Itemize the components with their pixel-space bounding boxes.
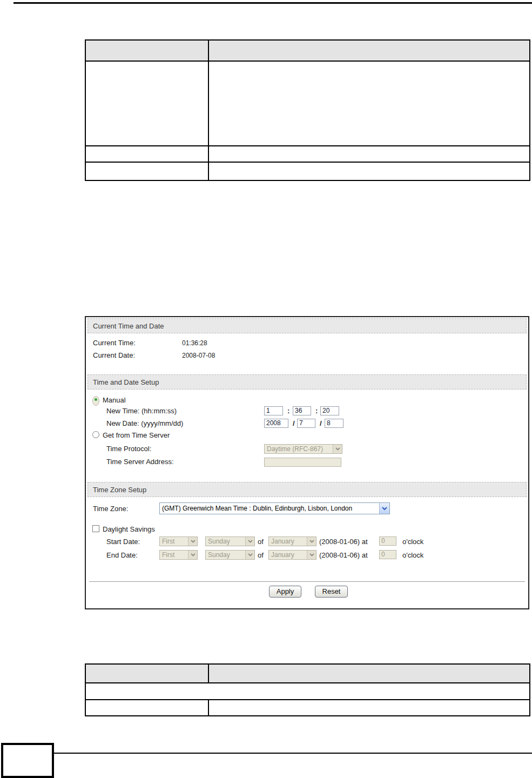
time-zone-label: Time Zone: (93, 505, 128, 513)
page-number-box (1, 743, 54, 778)
chevron-down-icon (333, 445, 342, 453)
manual-radio-label: Manual (103, 396, 126, 404)
button-separator-line (89, 581, 525, 582)
chevron-down-icon (188, 537, 197, 546)
table-cell (208, 61, 530, 146)
start-month-select[interactable]: January (268, 536, 316, 546)
section-title: Current Time and Date (93, 322, 164, 330)
chevron-down-icon (188, 551, 197, 559)
dst-of-text: of (258, 538, 264, 546)
chevron-down-icon (379, 503, 389, 514)
daylight-savings-label: Daylight Savings (103, 525, 155, 533)
get-from-time-server-label: Get from Time Server (103, 431, 170, 439)
table-cell (85, 61, 208, 146)
end-date-label: End Date: (106, 551, 138, 559)
section-title: Time Zone Setup (93, 486, 146, 494)
chevron-down-icon (245, 551, 254, 559)
time-settings-screenshot: Current Time and Date Current Time: 01:3… (85, 316, 529, 609)
daylight-savings-checkbox[interactable] (92, 525, 99, 532)
current-time-value: 01:36:28 (182, 339, 207, 347)
table-row (85, 683, 530, 700)
chevron-down-icon (307, 537, 316, 546)
table-row (85, 162, 530, 180)
section-header-time-zone-setup: Time Zone Setup (87, 482, 527, 497)
start-month-value: January (269, 537, 307, 546)
start-hour-input[interactable]: 0 (379, 536, 396, 546)
table-header-cell (85, 664, 208, 683)
start-week-select[interactable]: First (159, 536, 198, 546)
spec-table-top (85, 39, 530, 181)
section-header-current-time-and-date: Current Time and Date (87, 318, 527, 333)
section-header-time-and-date-setup: Time and Date Setup (87, 374, 527, 390)
table-cell (85, 162, 208, 180)
new-time-second-input[interactable]: 20 (320, 406, 339, 415)
new-date-day-input[interactable]: 8 (325, 419, 344, 428)
footer-rule (53, 753, 532, 754)
date-separator: / (320, 419, 322, 427)
dst-oclock-text: o'clock (402, 551, 423, 559)
table-header-row (85, 40, 530, 61)
new-time-label: New Time: (hh:mm:ss) (106, 407, 177, 415)
time-server-address-input[interactable] (264, 458, 341, 467)
current-date-value: 2008-07-08 (182, 352, 215, 359)
end-month-select[interactable]: January (268, 550, 316, 560)
table-cell (208, 162, 530, 180)
time-protocol-value: Daytime (RFC-867) (265, 445, 333, 453)
current-date-label: Current Date: (93, 351, 135, 359)
start-day-select[interactable]: Sunday (205, 536, 255, 546)
new-time-minute-input[interactable]: 36 (293, 406, 311, 415)
table-cell-spanning (85, 683, 530, 700)
page-top-rule (14, 2, 532, 4)
date-separator: / (293, 419, 295, 427)
current-time-label: Current Time: (93, 339, 136, 347)
table-header-row (85, 664, 530, 683)
end-day-select[interactable]: Sunday (205, 550, 255, 560)
dst-at-text: (2008-01-06) at (319, 538, 368, 546)
end-hour-input[interactable]: 0 (379, 550, 396, 559)
table-row (85, 700, 530, 716)
time-zone-select[interactable]: (GMT) Greenwich Mean Time : Dublin, Edin… (159, 502, 390, 514)
time-zone-value: (GMT) Greenwich Mean Time : Dublin, Edin… (160, 503, 379, 514)
table-cell (85, 700, 208, 716)
spec-table-bottom (85, 663, 530, 716)
table-cell (208, 146, 530, 162)
section-title: Time and Date Setup (93, 378, 159, 386)
time-separator: : (287, 407, 289, 415)
get-from-time-server-radio[interactable] (92, 431, 99, 438)
chevron-down-icon (307, 551, 316, 559)
start-week-value: First (160, 537, 188, 546)
new-time-hour-input[interactable]: 1 (264, 406, 283, 415)
dst-oclock-text: o'clock (402, 538, 423, 546)
table-header-cell (208, 664, 530, 683)
table-cell (208, 700, 530, 716)
start-date-label: Start Date: (106, 538, 140, 546)
table-header-cell (85, 40, 208, 61)
reset-button[interactable]: Reset (315, 586, 348, 598)
table-header-cell (208, 40, 530, 61)
apply-button[interactable]: Apply (269, 586, 301, 598)
manual-radio[interactable] (92, 396, 99, 406)
table-row (85, 146, 530, 162)
dst-at-text: (2008-01-06) at (319, 551, 368, 559)
end-day-value: Sunday (206, 551, 245, 559)
chevron-down-icon (245, 537, 254, 546)
end-week-value: First (160, 551, 188, 559)
end-month-value: January (269, 551, 307, 559)
time-separator: : (315, 407, 318, 415)
dst-of-text: of (258, 551, 264, 559)
time-server-address-label: Time Server Address: (106, 458, 174, 466)
table-cell (85, 146, 208, 162)
table-row (85, 61, 530, 146)
time-protocol-label: Time Protocol: (106, 445, 151, 453)
start-day-value: Sunday (206, 537, 245, 546)
new-date-label: New Date: (yyyy/mm/dd) (106, 419, 183, 427)
time-protocol-select[interactable]: Daytime (RFC-867) (264, 444, 342, 454)
new-date-month-input[interactable]: 7 (297, 419, 315, 428)
end-week-select[interactable]: First (159, 550, 198, 560)
new-date-year-input[interactable]: 2008 (264, 419, 288, 428)
